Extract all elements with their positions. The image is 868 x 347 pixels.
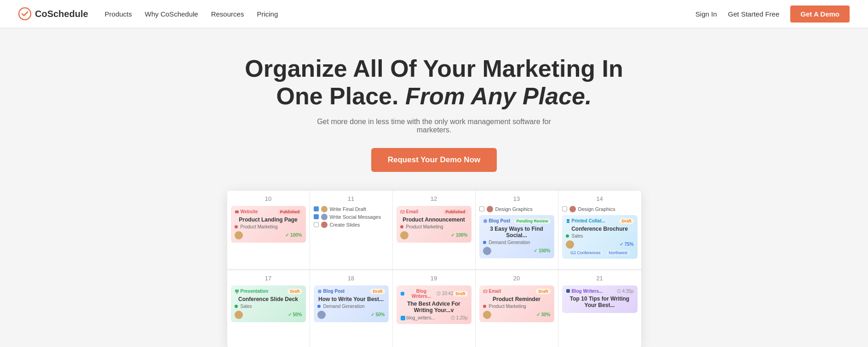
day-18: 18 xyxy=(314,275,389,282)
card-type-blogwriters-19: Blog Writers... xyxy=(400,289,437,299)
signin-link[interactable]: Sign In xyxy=(696,10,717,18)
day-11: 11 xyxy=(314,195,389,202)
card-presentation-slides[interactable]: Presentation Draft Conference Slide Deck… xyxy=(231,285,306,322)
card-tag-landing: Product Marketing xyxy=(235,224,302,229)
checkbox-draft[interactable] xyxy=(314,206,319,211)
getstarted-link[interactable]: Get Started Free xyxy=(728,10,780,18)
badge-published: Published xyxy=(277,209,302,215)
card-type-presentation: Presentation xyxy=(235,289,269,294)
nav-why[interactable]: Why CoSchedule xyxy=(145,10,198,18)
checkbox-design-13[interactable] xyxy=(479,206,484,211)
badge-draft-email-20: Draft xyxy=(536,289,550,294)
progress-reminder: ✓ 30% xyxy=(536,312,551,317)
card-title-landing: Product Landing Page xyxy=(235,216,302,223)
tag-northwest: Northwest xyxy=(606,250,631,256)
card-type-email: Email xyxy=(400,209,419,214)
card-blogwriters-19[interactable]: Blog Writers... 10:42 Draft The Best Adv… xyxy=(397,285,471,324)
time-21: 4:35p xyxy=(617,289,633,294)
hero-title-italic: From Any Place. xyxy=(405,83,592,109)
logo-icon xyxy=(18,7,31,20)
task-social-messages: Write Social Messages xyxy=(314,214,389,220)
hero-cta-button[interactable]: Request Your Demo Now xyxy=(371,148,497,172)
demo-button[interactable]: Get A Demo xyxy=(790,6,850,23)
checkbox-design-14[interactable] xyxy=(562,206,567,211)
day-12: 12 xyxy=(397,195,471,202)
blog-icon-18 xyxy=(317,289,322,294)
badge-pending-review: Pending Review xyxy=(514,218,550,224)
nav-products[interactable]: Products xyxy=(105,10,132,18)
card-tag-sales: Sales xyxy=(566,233,634,239)
card-type-blogwriters-21: Blog Writers... xyxy=(566,289,603,294)
card-blogwriters-21[interactable]: Blog Writers... 4:35p Top 10 Tips for Wr… xyxy=(562,285,638,313)
progress-howto: ✓ 50% xyxy=(371,312,385,317)
task-create-slides: Create Slides xyxy=(314,222,389,228)
time-19: 10:42 xyxy=(437,291,453,296)
card-title-social: 3 Easy Ways to Find Social... xyxy=(483,226,551,239)
cal-col-11: 11 Write Final Draft Write Social Messag… xyxy=(310,191,393,269)
card-title-howto: How to Write Your Best... xyxy=(317,296,385,302)
card-email-reminder[interactable]: Email Draft Product Reminder Product Mar… xyxy=(479,285,554,322)
avatar-design-13 xyxy=(487,206,493,212)
avatar-leah-2 xyxy=(317,311,326,319)
badge-draft-blog: Draft xyxy=(370,289,385,294)
logo[interactable]: CoSchedule xyxy=(18,7,88,20)
card-print-brochure[interactable]: Printed Collat... Draft Conference Broch… xyxy=(562,215,638,259)
avatar-whitney-2 xyxy=(400,231,408,239)
avatar-task3 xyxy=(321,222,328,228)
card-tags-row: G2 Conferences Northwest xyxy=(566,249,634,256)
cal-col-10: 10 Website Published Product Landing Pag… xyxy=(227,191,310,269)
avatar-whitney-3 xyxy=(566,240,574,249)
progress-announcement: ✓ 100% xyxy=(451,233,467,238)
day-20: 20 xyxy=(479,275,554,282)
card-title-top10: Top 10 Tips for Writing Your Best... xyxy=(566,296,634,308)
checkbox-slides[interactable] xyxy=(314,222,319,227)
badge-draft-pres: Draft xyxy=(287,289,302,294)
avatar-task2 xyxy=(321,214,328,220)
hero-title-line1: Organize All Of Your Marketing In xyxy=(245,55,623,82)
card-email-announcement[interactable]: Email Published Product Announcement Pro… xyxy=(397,206,471,243)
progress-social: ✓ 100% xyxy=(534,248,550,253)
calendar-bottom-row: 17 Presentation Draft Conference Slide D… xyxy=(227,270,641,347)
print-icon xyxy=(566,219,570,223)
svg-rect-11 xyxy=(566,289,570,293)
card-tag-reminder: Product Marketing xyxy=(483,304,551,309)
nav-resources[interactable]: Resources xyxy=(211,10,244,18)
nav-pricing[interactable]: Pricing xyxy=(257,10,278,18)
checkbox-social[interactable] xyxy=(314,214,319,219)
card-title-brochure: Conference Brochure xyxy=(566,226,634,232)
card-website-landing[interactable]: Website Published Product Landing Page P… xyxy=(231,206,306,243)
card-type-blog-18: Blog Post xyxy=(317,289,345,294)
time-19-2: 1:20p xyxy=(451,315,467,320)
blog-icon-13 xyxy=(483,219,488,223)
design-graphics-label-14: Design Graphics xyxy=(578,206,615,212)
card-title-bestadvice: The Best Advice For Writing Your...v xyxy=(400,301,468,313)
card-blog-social[interactable]: Blog Post Pending Review 3 Easy Ways to … xyxy=(479,215,554,258)
email-icon xyxy=(400,210,405,214)
progress-slides: ✓ 50% xyxy=(288,312,302,317)
design-graphics-header-13: Design Graphics xyxy=(479,206,554,212)
calendar-preview: 10 Website Published Product Landing Pag… xyxy=(227,190,641,347)
svg-rect-8 xyxy=(401,316,405,320)
svg-point-0 xyxy=(19,8,31,20)
avatar-whitney xyxy=(235,231,243,239)
svg-rect-2 xyxy=(401,210,404,213)
svg-rect-1 xyxy=(235,210,239,213)
card-tag-slides: Sales xyxy=(235,304,302,309)
progress-landing: ✓ 100% xyxy=(285,233,302,238)
day-10: 10 xyxy=(231,195,306,202)
avatar-design-14 xyxy=(569,206,576,212)
card-blog-howto[interactable]: Blog Post Draft How to Write Your Best..… xyxy=(314,285,389,322)
day-21: 21 xyxy=(562,275,638,282)
day-19: 19 xyxy=(397,275,471,282)
card-tag-demand-18: Demand Generation xyxy=(317,304,385,309)
svg-rect-10 xyxy=(483,290,487,293)
navbar: CoSchedule Products Why CoSchedule Resou… xyxy=(0,0,868,28)
svg-rect-5 xyxy=(235,290,239,292)
day-14: 14 xyxy=(562,195,638,202)
svg-rect-6 xyxy=(400,292,404,296)
task-label-2: Write Social Messages xyxy=(330,214,381,220)
clock-icon-21 xyxy=(617,289,621,293)
cal-col-12: 12 Email Published Product Announcement … xyxy=(393,191,476,269)
hero-section: Organize All Of Your Marketing In One Pl… xyxy=(0,28,868,347)
design-graphics-header-14: Design Graphics xyxy=(562,206,638,212)
